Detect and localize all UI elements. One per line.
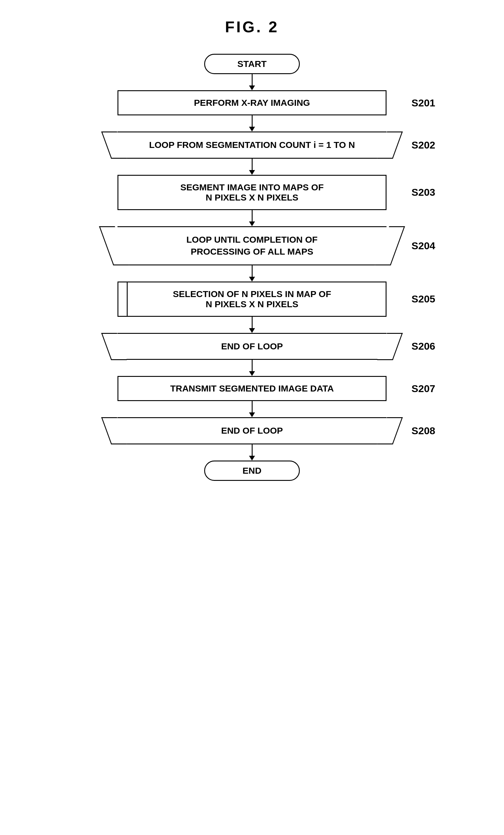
s208-label: S208 [411,425,435,436]
s201-box: PERFORM X-RAY IMAGING [118,90,386,115]
s204-label: S204 [411,240,435,252]
arrow-1 [249,115,255,131]
arrow-2 [249,159,255,175]
end-node: END [204,461,300,481]
arrow-6 [249,360,255,376]
s206-label: S206 [411,340,435,352]
step-s207: TRANSMIT SEGMENTED IMAGE DATA S207 [0,376,504,401]
s208-box: END OF LOOP [118,417,386,444]
arrow-5 [249,317,255,333]
s207-box: TRANSMIT SEGMENTED IMAGE DATA [118,376,386,401]
s202-box: LOOP FROM SEGMENTATION COUNT i = 1 TO N [118,131,386,159]
step-end: END [0,461,504,481]
s203-box: SEGMENT IMAGE INTO MAPS OFN PIXELS X N P… [118,175,386,210]
arrow-3 [249,210,255,226]
step-s204: LOOP UNTIL COMPLETION OFPROCESSING OF AL… [0,226,504,265]
step-s201: PERFORM X-RAY IMAGING S201 [0,90,504,115]
step-s206: END OF LOOP S206 [0,333,504,360]
s206-box: END OF LOOP [118,333,386,360]
page-title: FIG. 2 [225,18,279,36]
s201-label: S201 [411,97,435,109]
arrow-7 [249,401,255,417]
s203-label: S203 [411,186,435,198]
s207-label: S207 [411,383,435,394]
arrow-0 [249,74,255,90]
step-s208: END OF LOOP S208 [0,417,504,444]
flowchart: START PERFORM X-RAY IMAGING S201 LOOP FR… [0,54,504,505]
s204-box: LOOP UNTIL COMPLETION OFPROCESSING OF AL… [118,226,386,265]
step-start: START [0,54,504,74]
s202-label: S202 [411,139,435,151]
start-node: START [204,54,300,74]
s205-box: SELECTION OF N PIXELS IN MAP OFN PIXELS … [118,282,386,317]
s205-label: S205 [411,293,435,305]
arrow-4 [249,265,255,282]
step-s203: SEGMENT IMAGE INTO MAPS OFN PIXELS X N P… [0,175,504,210]
step-s205: SELECTION OF N PIXELS IN MAP OFN PIXELS … [0,282,504,317]
arrow-8 [249,444,255,461]
step-s202: LOOP FROM SEGMENTATION COUNT i = 1 TO N … [0,131,504,159]
